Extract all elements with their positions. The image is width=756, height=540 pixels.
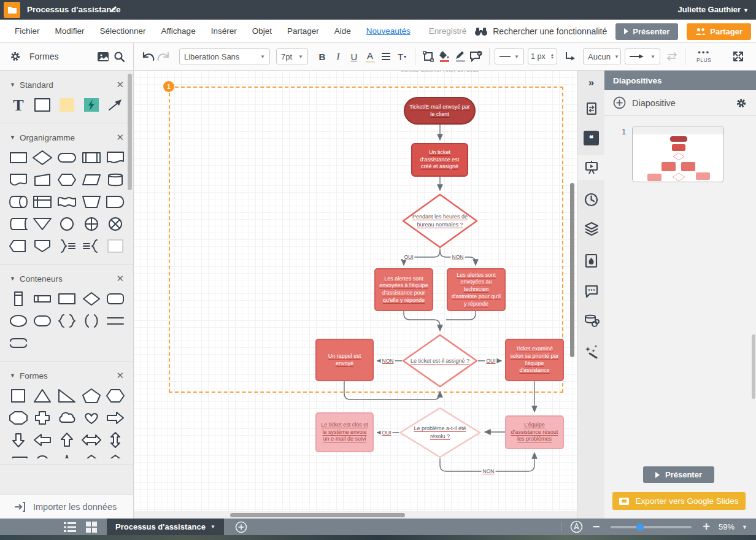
menu-affichage[interactable]: Affichage bbox=[161, 26, 196, 36]
delay-shape[interactable] bbox=[104, 193, 126, 210]
panel-scrollbar[interactable] bbox=[752, 334, 755, 399]
block-arrow-down-shape[interactable] bbox=[7, 431, 29, 448]
menu-objet[interactable]: Objet bbox=[252, 26, 272, 36]
menu-partager[interactable]: Partager bbox=[287, 26, 319, 36]
shape-frame-icon[interactable] bbox=[420, 47, 436, 66]
vertical-container-shape[interactable] bbox=[7, 290, 29, 307]
stored-data-shape[interactable] bbox=[7, 215, 29, 232]
menu-inserer[interactable]: Insérer bbox=[211, 26, 237, 36]
comments-icon[interactable] bbox=[577, 279, 605, 304]
block-arrow-right-shape[interactable] bbox=[104, 409, 126, 426]
export-google-slides-button[interactable]: Exporter vers Google Slides bbox=[612, 492, 746, 510]
underline-button[interactable]: U bbox=[346, 47, 362, 66]
block-arrow-left-shape[interactable] bbox=[31, 431, 53, 448]
data-linking-icon[interactable] bbox=[577, 309, 605, 333]
swap-endpoints-icon[interactable] bbox=[664, 47, 680, 66]
note-shape[interactable] bbox=[104, 237, 126, 254]
curly-braces-shape[interactable] bbox=[56, 312, 78, 329]
database-shape[interactable] bbox=[104, 171, 126, 188]
slide-settings-gear-icon[interactable] bbox=[735, 97, 747, 109]
decision-shape[interactable] bbox=[31, 149, 53, 166]
zoom-in-button[interactable]: + bbox=[698, 519, 715, 535]
close-icon[interactable]: ✕ bbox=[116, 132, 124, 143]
slide-thumbnail[interactable] bbox=[632, 126, 724, 182]
import-data-button[interactable]: Importer les données bbox=[0, 494, 133, 519]
fullscreen-icon[interactable] bbox=[730, 47, 746, 66]
collapse-panel-icon[interactable]: » bbox=[577, 71, 605, 95]
font-size-select[interactable]: 7pt▼ bbox=[276, 48, 308, 64]
hotspot-shape[interactable] bbox=[80, 96, 102, 113]
image-icon[interactable] bbox=[95, 47, 111, 66]
menu-aide[interactable]: Aide bbox=[334, 26, 351, 36]
share-button-top[interactable]: Partager bbox=[687, 23, 751, 40]
undo-icon[interactable] bbox=[140, 47, 156, 66]
close-icon[interactable]: ✕ bbox=[116, 273, 124, 284]
theme-icon[interactable] bbox=[577, 249, 605, 273]
search-shapes-icon[interactable] bbox=[111, 47, 127, 66]
feature-search[interactable]: Rechercher une fonctionnalité bbox=[474, 26, 607, 36]
diamond-shape[interactable] bbox=[80, 453, 102, 458]
horizontal-lines-shape[interactable] bbox=[104, 312, 126, 329]
document-compare-icon[interactable] bbox=[577, 96, 605, 121]
present-button-top[interactable]: Présenter bbox=[615, 23, 678, 40]
merge-shape[interactable] bbox=[31, 215, 53, 232]
flow-node-review-priority[interactable]: Ticket examiné selon sa priorité par l'é… bbox=[505, 339, 564, 381]
slide-number-badge[interactable]: 1 bbox=[163, 81, 174, 92]
line-style-select[interactable]: ▼ bbox=[495, 48, 524, 64]
page-list-icon[interactable] bbox=[59, 519, 81, 535]
annotation-left-shape[interactable] bbox=[80, 237, 102, 254]
or-shape[interactable] bbox=[104, 215, 126, 232]
canvas-hscrollbar[interactable] bbox=[230, 513, 405, 517]
close-icon[interactable]: ✕ bbox=[116, 79, 124, 90]
square-shape[interactable] bbox=[7, 387, 29, 404]
collapse-triangle-icon[interactable]: ▼ bbox=[10, 372, 15, 379]
ellipse-container-shape[interactable] bbox=[7, 312, 29, 329]
line-color-pencil-icon[interactable] bbox=[452, 47, 468, 66]
sidebar-scrollbar[interactable] bbox=[128, 74, 132, 190]
arrow-northeast-shape[interactable] bbox=[104, 96, 126, 113]
block-arrow-horizontal-shape[interactable] bbox=[80, 431, 102, 448]
terminator-shape[interactable] bbox=[56, 149, 78, 166]
diamond-container-shape[interactable] bbox=[80, 290, 102, 307]
flow-node-create-ticket[interactable]: Un ticket d'assistance est créé et assig… bbox=[411, 143, 468, 177]
manual-input-shape[interactable] bbox=[80, 193, 102, 210]
cloud-shape[interactable] bbox=[56, 409, 78, 426]
right-triangle-shape[interactable] bbox=[56, 387, 78, 404]
process-shape[interactable] bbox=[7, 149, 29, 166]
redo-icon[interactable] bbox=[156, 47, 172, 66]
line-end-select[interactable]: ▼ bbox=[625, 48, 660, 64]
bold-button[interactable]: B bbox=[314, 47, 330, 66]
block-arrow-up-shape[interactable] bbox=[56, 431, 78, 448]
rounded-container-shape[interactable] bbox=[104, 290, 126, 307]
italic-button[interactable]: I bbox=[330, 47, 346, 66]
rename-pencil-icon[interactable] bbox=[109, 5, 118, 14]
rectangle-shape[interactable] bbox=[31, 96, 53, 113]
layers-icon[interactable] bbox=[577, 217, 605, 241]
flow-node-start[interactable]: Ticket/E-mail envoyé par le client bbox=[404, 97, 476, 125]
triangle-shape[interactable] bbox=[31, 387, 53, 404]
menu-selectionner[interactable]: Sélectionner bbox=[100, 26, 146, 36]
off-page-connector-shape[interactable] bbox=[31, 237, 53, 254]
flow-node-team-resolves[interactable]: L'équipe d'assistance résout les problèm… bbox=[505, 415, 564, 449]
data-shape[interactable] bbox=[80, 171, 102, 188]
heart-shape[interactable] bbox=[80, 409, 102, 426]
flow-node-alert-team[interactable]: Les alertes sont envoyées à l'équipe d'a… bbox=[374, 268, 433, 311]
fill-color-icon[interactable] bbox=[436, 47, 452, 66]
zoom-out-button[interactable]: − bbox=[588, 519, 605, 535]
block-arrow-vertical-shape[interactable] bbox=[104, 431, 126, 448]
document-icon[interactable] bbox=[4, 2, 20, 18]
speaker-notes-icon[interactable]: ❝ bbox=[577, 126, 605, 150]
connector-style-icon[interactable] bbox=[562, 47, 578, 66]
add-page-icon[interactable] bbox=[230, 519, 252, 535]
font-color-button[interactable]: A bbox=[362, 47, 378, 66]
pill-container-shape[interactable] bbox=[31, 312, 53, 329]
shapes-gear-icon[interactable] bbox=[7, 47, 23, 66]
octagon-shape[interactable] bbox=[7, 409, 29, 426]
flow-node-ticket-closed[interactable]: Le ticket est clos et le système envoie … bbox=[315, 412, 374, 452]
direct-access-storage-shape[interactable] bbox=[7, 193, 29, 210]
predefined-process-shape[interactable] bbox=[80, 149, 102, 166]
menu-nouveautes[interactable]: Nouveautés bbox=[366, 26, 411, 36]
text-shape[interactable]: T bbox=[7, 96, 29, 113]
collapse-triangle-icon[interactable]: ▼ bbox=[10, 134, 15, 141]
pentagon-up-shape[interactable] bbox=[104, 453, 126, 458]
